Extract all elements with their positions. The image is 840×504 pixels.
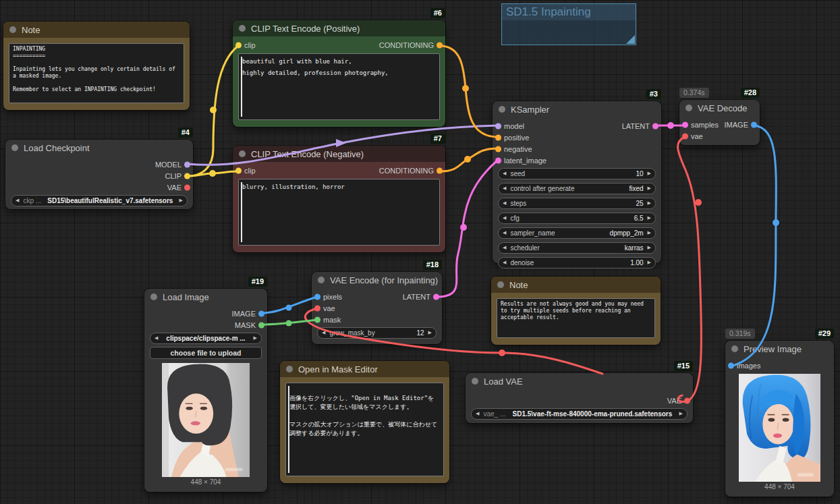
collapse-dot-icon[interactable] [472,378,478,385]
collapse-dot-icon[interactable] [239,150,246,157]
increment-arrow-icon[interactable]: ▶ [648,215,651,221]
node-header[interactable]: Open in Mask Editor [280,361,449,377]
input-dot-vae[interactable] [682,133,688,139]
increment-arrow-icon[interactable]: ▶ [428,330,432,335]
output-dot-clip[interactable] [184,173,190,179]
resize-handle-icon[interactable] [626,35,635,44]
decrement-arrow-icon[interactable]: ◀ [503,171,506,176]
collapse-dot-icon[interactable] [497,281,504,288]
node-load-checkpoint[interactable]: #4 Load Checkpoint MODEL CLIP VAE ◀ ckp … [5,140,193,209]
node-header[interactable]: Note [3,22,190,38]
output-dot-conditioning[interactable] [437,167,443,173]
positive-prompt-textarea[interactable]: beautiful girl with blue hair, highly de… [238,53,440,120]
input-dot-images[interactable] [728,362,734,368]
decrement-arrow-icon[interactable]: ◀ [503,230,506,235]
node-header[interactable]: KSampler [493,101,661,117]
note-text[interactable]: INPAINTING ========== Inpainting lets yo… [9,43,184,103]
input-dot-pixels[interactable] [314,293,320,300]
sampler-name-widget[interactable]: ◀sampler_namedpmpp_2m▶ [498,227,656,239]
node-header[interactable]: Note [491,277,661,293]
collapse-dot-icon[interactable] [731,345,738,352]
negative-prompt-textarea[interactable]: blurry, illustration, horror [238,179,440,246]
denoise-widget[interactable]: ◀denoise1.00▶ [498,257,656,269]
combo-right-arrow-icon[interactable]: ▶ [679,411,683,416]
combo-right-arrow-icon[interactable]: ▶ [254,335,257,341]
decrement-arrow-icon[interactable]: ◀ [503,260,506,265]
node-header[interactable]: CLIP Text Encode (Negative) [233,146,445,162]
node-header[interactable]: VAE Decode [679,100,760,116]
input-dot-model[interactable] [495,123,501,129]
note-text[interactable]: 画像を右クリックし、"Open in Mask Editor"を選択して、変更し… [285,383,444,476]
output-dot-conditioning[interactable] [437,42,443,48]
grow-mask-by-widget[interactable]: ◀grow_mask_by12▶ [317,327,437,339]
output-dot-vae[interactable] [684,397,690,403]
group-title[interactable]: SD1.5 Inpainting [502,4,636,20]
output-dot-image[interactable] [751,121,757,128]
masked-image-preview[interactable] [162,363,250,477]
output-dot-latent[interactable] [433,293,439,300]
node-header[interactable]: Load Image [144,289,267,305]
node-clip-text-encode-negative[interactable]: #7 CLIP Text Encode (Negative) clip COND… [233,146,445,252]
seed-widget[interactable]: ◀seed10▶ [498,168,656,179]
output-dot-image[interactable] [258,310,264,316]
increment-arrow-icon[interactable]: ▶ [648,171,651,176]
node-note-inpainting[interactable]: Note INPAINTING ========== Inpainting le… [3,22,190,110]
output-dot-mask[interactable] [258,322,264,328]
cfg-widget[interactable]: ◀cfg6.5▶ [498,213,656,224]
collapse-dot-icon[interactable] [286,366,293,372]
collapse-dot-icon[interactable] [685,105,692,111]
input-dot-positive[interactable] [495,134,501,140]
decrement-arrow-icon[interactable]: ◀ [503,186,506,191]
node-load-vae[interactable]: #15 Load VAE VAE ◀ vae_ ... SD1.5\vae-ft… [466,373,693,423]
node-load-image[interactable]: #19 Load Image IMAGE MASK ◀ clipspace/cl… [144,289,267,492]
collapse-dot-icon[interactable] [239,25,246,32]
input-dot-samples[interactable] [682,121,688,128]
node-header[interactable]: Load VAE [466,373,693,389]
collapse-dot-icon[interactable] [150,293,157,300]
node-header[interactable]: CLIP Text Encode (Positive) [233,20,445,36]
collapse-dot-icon[interactable] [9,26,16,33]
input-dot-latent-image[interactable] [495,157,501,163]
input-dot-negative[interactable] [495,146,501,152]
choose-file-button[interactable]: choose file to upload [150,347,262,359]
increment-arrow-icon[interactable]: ▶ [648,230,651,235]
combo-left-arrow-icon[interactable]: ◀ [155,335,158,341]
result-image-preview[interactable] [739,374,820,482]
ckpt-name-combo[interactable]: ◀ ckp ... SD15\beautifulRealistic_v7.saf… [11,195,188,206]
steps-widget[interactable]: ◀steps25▶ [498,198,656,209]
increment-arrow-icon[interactable]: ▶ [648,260,651,265]
image-file-combo[interactable]: ◀ clipspace/clipspace-m ... ▶ [150,333,262,344]
increment-arrow-icon[interactable]: ▶ [648,200,651,206]
increment-arrow-icon[interactable]: ▶ [648,245,651,250]
decrement-arrow-icon[interactable]: ◀ [503,200,506,206]
node-graph-canvas[interactable]: SD1.5 Inpainting Note INPAINTING =======… [0,0,840,504]
collapse-dot-icon[interactable] [11,144,18,151]
decrement-arrow-icon[interactable]: ◀ [503,245,506,250]
node-header[interactable]: Load Checkpoint [5,140,193,156]
input-dot-vae[interactable] [314,305,320,311]
node-preview-image[interactable]: 0.319s #29 Preview Image images [725,341,834,497]
node-header[interactable]: VAE Encode (for Inpainting) [312,272,442,288]
output-dot-model[interactable] [184,161,190,167]
output-dot-vae[interactable] [184,184,190,190]
input-dot-clip[interactable] [235,167,242,173]
decrement-arrow-icon[interactable]: ◀ [503,215,506,221]
node-vae-encode-inpainting[interactable]: #18 VAE Encode (for Inpainting) pixels L… [312,272,442,344]
vae-name-combo[interactable]: ◀ vae_ ... SD1.5\vae-ft-mse-840000-ema-p… [471,408,688,420]
node-vae-decode[interactable]: 0.374s #28 VAE Decode samples IMAGE vae [679,100,760,145]
decrement-arrow-icon[interactable]: ◀ [322,330,325,335]
node-header[interactable]: Preview Image [725,341,834,357]
group-node-sd15-inpainting[interactable]: SD1.5 Inpainting [501,3,636,45]
node-note-mask-editor[interactable]: Open in Mask Editor 画像を右クリックし、"Open in M… [280,361,449,483]
scheduler-widget[interactable]: ◀schedulerkarras▶ [498,242,656,254]
combo-right-arrow-icon[interactable]: ▶ [179,198,183,203]
node-clip-text-encode-positive[interactable]: #6 CLIP Text Encode (Positive) clip COND… [233,20,445,127]
control-after-generate-widget[interactable]: ◀control after generatefixed▶ [498,183,656,194]
input-dot-clip[interactable] [235,42,242,48]
node-note-results[interactable]: Note Results are not always good and you… [491,277,661,345]
note-text[interactable]: Results are not always good and you may … [497,298,655,338]
combo-left-arrow-icon[interactable]: ◀ [16,198,19,203]
node-ksampler[interactable]: #3 KSampler model LATENT positive negati… [493,101,661,263]
output-dot-latent[interactable] [652,123,659,129]
increment-arrow-icon[interactable]: ▶ [648,186,651,191]
